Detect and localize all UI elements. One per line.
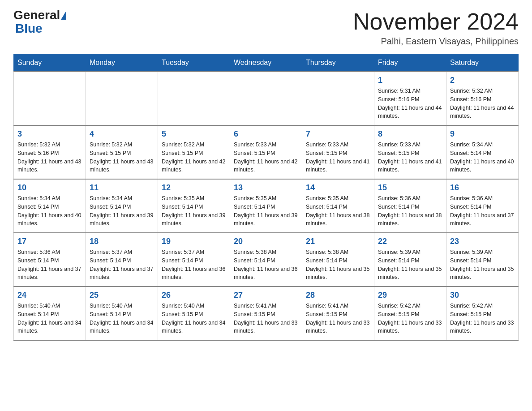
weekday-header-row: Sunday Monday Tuesday Wednesday Thursday…	[14, 54, 519, 72]
week-row-3: 10Sunrise: 5:34 AMSunset: 5:14 PMDayligh…	[14, 179, 519, 233]
day-number: 27	[234, 291, 298, 300]
day-number: 12	[162, 183, 226, 193]
week-row-5: 24Sunrise: 5:40 AMSunset: 5:14 PMDayligh…	[14, 287, 519, 340]
day-number: 15	[378, 183, 442, 193]
day-cell-w5-d3: 26Sunrise: 5:40 AMSunset: 5:15 PMDayligh…	[158, 287, 230, 340]
day-cell-w4-d6: 22Sunrise: 5:39 AMSunset: 5:14 PMDayligh…	[374, 233, 446, 287]
day-cell-w4-d1: 17Sunrise: 5:36 AMSunset: 5:14 PMDayligh…	[14, 233, 86, 287]
day-info: Sunrise: 5:37 AMSunset: 5:14 PMDaylight:…	[162, 248, 226, 282]
day-number: 16	[450, 183, 515, 193]
day-number: 14	[306, 183, 370, 193]
day-number: 9	[450, 129, 515, 139]
day-info: Sunrise: 5:40 AMSunset: 5:14 PMDaylight:…	[17, 302, 82, 335]
header-wednesday: Wednesday	[230, 54, 302, 72]
day-info: Sunrise: 5:35 AMSunset: 5:14 PMDaylight:…	[162, 194, 226, 228]
day-number: 4	[90, 129, 154, 139]
week-row-1: 1Sunrise: 5:31 AMSunset: 5:16 PMDaylight…	[14, 72, 519, 125]
day-info: Sunrise: 5:33 AMSunset: 5:15 PMDaylight:…	[234, 141, 298, 174]
day-number: 6	[234, 129, 298, 139]
day-cell-w5-d4: 27Sunrise: 5:41 AMSunset: 5:15 PMDayligh…	[230, 287, 302, 340]
logo-triangle-icon	[61, 11, 66, 20]
day-number: 8	[378, 129, 442, 139]
day-cell-w4-d2: 18Sunrise: 5:37 AMSunset: 5:14 PMDayligh…	[86, 233, 158, 287]
day-info: Sunrise: 5:41 AMSunset: 5:15 PMDaylight:…	[234, 302, 298, 335]
day-info: Sunrise: 5:39 AMSunset: 5:14 PMDaylight:…	[378, 248, 442, 282]
day-number: 3	[17, 129, 82, 139]
day-cell-w5-d2: 25Sunrise: 5:40 AMSunset: 5:14 PMDayligh…	[86, 287, 158, 340]
day-info: Sunrise: 5:38 AMSunset: 5:14 PMDaylight:…	[234, 248, 298, 282]
day-info: Sunrise: 5:32 AMSunset: 5:16 PMDaylight:…	[17, 141, 82, 174]
page-header: General Blue November 2024 Palhi, Easter…	[13, 9, 519, 47]
day-info: Sunrise: 5:40 AMSunset: 5:14 PMDaylight:…	[90, 302, 154, 335]
logo-general-text: General	[13, 9, 60, 21]
day-info: Sunrise: 5:32 AMSunset: 5:15 PMDaylight:…	[90, 141, 154, 174]
day-cell-w3-d3: 12Sunrise: 5:35 AMSunset: 5:14 PMDayligh…	[158, 179, 230, 233]
day-info: Sunrise: 5:34 AMSunset: 5:14 PMDaylight:…	[90, 194, 154, 228]
day-cell-w1-d1	[14, 72, 86, 125]
day-cell-w2-d1: 3Sunrise: 5:32 AMSunset: 5:16 PMDaylight…	[14, 125, 86, 179]
day-number: 1	[378, 76, 442, 85]
day-cell-w5-d7: 30Sunrise: 5:42 AMSunset: 5:15 PMDayligh…	[446, 287, 519, 340]
location-subtitle: Palhi, Eastern Visayas, Philippines	[353, 36, 519, 47]
day-cell-w3-d2: 11Sunrise: 5:34 AMSunset: 5:14 PMDayligh…	[86, 179, 158, 233]
header-monday: Monday	[86, 54, 158, 72]
day-cell-w1-d4	[230, 72, 302, 125]
month-title: November 2024	[353, 9, 519, 34]
day-info: Sunrise: 5:36 AMSunset: 5:14 PMDaylight:…	[450, 194, 515, 228]
day-cell-w5-d6: 29Sunrise: 5:42 AMSunset: 5:15 PMDayligh…	[374, 287, 446, 340]
header-sunday: Sunday	[14, 54, 86, 72]
day-info: Sunrise: 5:35 AMSunset: 5:14 PMDaylight:…	[306, 194, 370, 228]
header-tuesday: Tuesday	[158, 54, 230, 72]
day-cell-w2-d6: 8Sunrise: 5:33 AMSunset: 5:15 PMDaylight…	[374, 125, 446, 179]
day-number: 25	[90, 291, 154, 300]
day-cell-w4-d4: 20Sunrise: 5:38 AMSunset: 5:14 PMDayligh…	[230, 233, 302, 287]
header-friday: Friday	[374, 54, 446, 72]
day-info: Sunrise: 5:32 AMSunset: 5:15 PMDaylight:…	[162, 141, 226, 174]
day-cell-w1-d5	[302, 72, 374, 125]
day-cell-w2-d7: 9Sunrise: 5:34 AMSunset: 5:14 PMDaylight…	[446, 125, 519, 179]
day-cell-w3-d4: 13Sunrise: 5:35 AMSunset: 5:14 PMDayligh…	[230, 179, 302, 233]
day-info: Sunrise: 5:42 AMSunset: 5:15 PMDaylight:…	[378, 302, 442, 335]
day-cell-w3-d1: 10Sunrise: 5:34 AMSunset: 5:14 PMDayligh…	[14, 179, 86, 233]
day-cell-w1-d2	[86, 72, 158, 125]
day-info: Sunrise: 5:33 AMSunset: 5:15 PMDaylight:…	[306, 141, 370, 174]
day-cell-w2-d4: 6Sunrise: 5:33 AMSunset: 5:15 PMDaylight…	[230, 125, 302, 179]
day-number: 22	[378, 237, 442, 246]
day-number: 18	[90, 237, 154, 246]
day-cell-w4-d3: 19Sunrise: 5:37 AMSunset: 5:14 PMDayligh…	[158, 233, 230, 287]
day-number: 29	[378, 291, 442, 300]
day-number: 13	[234, 183, 298, 193]
day-info: Sunrise: 5:34 AMSunset: 5:14 PMDaylight:…	[450, 141, 515, 174]
day-cell-w5-d5: 28Sunrise: 5:41 AMSunset: 5:15 PMDayligh…	[302, 287, 374, 340]
day-cell-w2-d2: 4Sunrise: 5:32 AMSunset: 5:15 PMDaylight…	[86, 125, 158, 179]
day-cell-w5-d1: 24Sunrise: 5:40 AMSunset: 5:14 PMDayligh…	[14, 287, 86, 340]
day-number: 5	[162, 129, 226, 139]
day-cell-w4-d7: 23Sunrise: 5:39 AMSunset: 5:14 PMDayligh…	[446, 233, 519, 287]
day-number: 19	[162, 237, 226, 246]
week-row-2: 3Sunrise: 5:32 AMSunset: 5:16 PMDaylight…	[14, 125, 519, 179]
day-info: Sunrise: 5:36 AMSunset: 5:14 PMDaylight:…	[378, 194, 442, 228]
day-number: 28	[306, 291, 370, 300]
day-info: Sunrise: 5:37 AMSunset: 5:14 PMDaylight:…	[90, 248, 154, 282]
logo-blue-text: Blue	[15, 21, 43, 35]
day-cell-w1-d7: 2Sunrise: 5:32 AMSunset: 5:16 PMDaylight…	[446, 72, 519, 125]
day-number: 21	[306, 237, 370, 246]
day-cell-w4-d5: 21Sunrise: 5:38 AMSunset: 5:14 PMDayligh…	[302, 233, 374, 287]
day-number: 30	[450, 291, 515, 300]
week-row-4: 17Sunrise: 5:36 AMSunset: 5:14 PMDayligh…	[14, 233, 519, 287]
day-info: Sunrise: 5:31 AMSunset: 5:16 PMDaylight:…	[378, 87, 442, 120]
day-info: Sunrise: 5:36 AMSunset: 5:14 PMDaylight:…	[17, 248, 82, 282]
logo: General Blue	[13, 9, 67, 36]
day-number: 2	[450, 76, 515, 85]
day-info: Sunrise: 5:33 AMSunset: 5:15 PMDaylight:…	[378, 141, 442, 174]
header-saturday: Saturday	[446, 54, 519, 72]
day-number: 11	[90, 183, 154, 193]
day-info: Sunrise: 5:34 AMSunset: 5:14 PMDaylight:…	[17, 194, 82, 228]
day-number: 10	[17, 183, 82, 193]
day-info: Sunrise: 5:32 AMSunset: 5:16 PMDaylight:…	[450, 87, 515, 120]
day-number: 24	[17, 291, 82, 300]
day-number: 7	[306, 129, 370, 139]
day-info: Sunrise: 5:39 AMSunset: 5:14 PMDaylight:…	[450, 248, 515, 282]
day-info: Sunrise: 5:42 AMSunset: 5:15 PMDaylight:…	[450, 302, 515, 335]
day-cell-w1-d3	[158, 72, 230, 125]
